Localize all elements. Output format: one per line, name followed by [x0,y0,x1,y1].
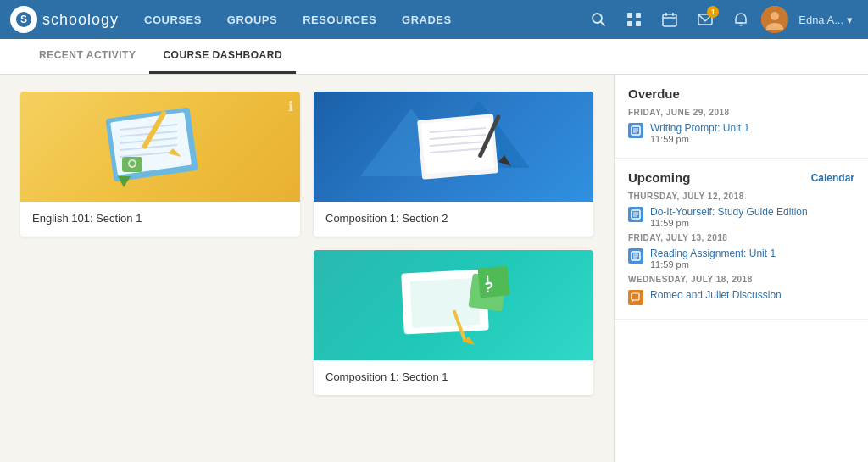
schoology-logo-icon: S [10,6,37,33]
tabs-bar: RECENT ACTIVITY COURSE DASHBOARD [0,39,868,75]
nav-bar: S schoology COURSES GROUPS RESOURCES GRA… [0,0,868,39]
upcoming-item-diy-content: Do-It-Yourself: Study Guide Edition 11:5… [650,206,808,228]
nav-link-resources[interactable]: RESOURCES [291,0,388,39]
overdue-item-title[interactable]: Writing Prompt: Unit 1 [650,122,749,134]
nav-icons: 1 Edna A... ▾ [583,4,858,35]
tab-recent-activity[interactable]: RECENT ACTIVITY [25,38,149,74]
info-icon[interactable]: ℹ [288,98,293,114]
course-title-comp2: Composition 1: Section 2 [314,202,593,237]
overdue-item-writing: Writing Prompt: Unit 1 11:59 pm [628,122,854,144]
main-content: ℹ English 101: Section 1 [0,75,868,462]
upcoming-item-reading: Reading Assignment: Unit 1 11:59 pm [628,248,854,270]
tab-course-dashboard[interactable]: COURSE DASHBOARD [149,38,296,74]
upcoming-item-reading-content: Reading Assignment: Unit 1 11:59 pm [650,248,776,270]
nav-link-courses[interactable]: COURSES [132,0,214,39]
overdue-item-time: 11:59 pm [650,134,749,144]
course-card-comp1[interactable]: ? ! Composition 1: Section 1 [314,250,593,395]
upcoming-item-reading-title[interactable]: Reading Assignment: Unit 1 [650,248,776,259]
svg-rect-4 [627,13,632,18]
upcoming-item-diy: Do-It-Yourself: Study Guide Edition 11:5… [628,206,854,228]
nav-logo[interactable]: S schoology [10,6,119,33]
svg-rect-6 [627,21,632,26]
svg-marker-28 [118,176,131,187]
sidebar-upcoming-section: Upcoming Calendar THURSDAY, JULY 12, 201… [615,159,868,320]
user-avatar[interactable] [761,6,788,33]
course-card-english[interactable]: ℹ English 101: Section 1 [20,92,300,237]
upcoming-item-romeo-content: Romeo and Juliet Discussion [650,289,782,301]
upcoming-item-diy-time: 11:59 pm [650,218,808,228]
course-card-comp2[interactable]: Composition 1: Section 2 [314,92,593,237]
course-grid: ℹ English 101: Section 1 [20,92,593,395]
svg-text:S: S [20,14,27,25]
upcoming-date-3: WEDNESDAY, JULY 18, 2018 [628,275,854,284]
message-badge: 1 [707,6,719,18]
nav-logo-text: schoology [42,11,119,29]
upcoming-item-diy-title[interactable]: Do-It-Yourself: Study Guide Edition [650,206,808,218]
upcoming-label: Upcoming [628,170,690,185]
search-button[interactable] [583,4,614,35]
upcoming-item-romeo-title[interactable]: Romeo and Juliet Discussion [650,289,782,301]
svg-line-3 [601,22,605,26]
messages-button[interactable]: 1 [690,4,721,35]
calendar-button[interactable] [654,4,685,35]
svg-point-15 [771,12,779,20]
svg-rect-8 [663,14,676,26]
sidebar-upcoming-header: Upcoming Calendar [628,170,854,185]
overdue-label: Overdue [628,86,680,101]
nav-link-groups[interactable]: GROUPS [215,0,289,39]
nav-links: COURSES GROUPS RESOURCES GRADES [132,0,583,39]
calendar-link[interactable]: Calendar [811,172,854,184]
assignment-icon [628,123,643,138]
nav-user-name[interactable]: Edna A... ▾ [793,14,858,26]
svg-point-27 [130,161,135,166]
course-thumb-english: ℹ [20,92,300,202]
overdue-date: FRIDAY, JUNE 29, 2018 [628,108,854,117]
svg-rect-7 [636,21,641,26]
assignment-icon-reading [628,248,643,264]
sidebar-overdue-header: Overdue [628,86,854,101]
sidebar: Overdue FRIDAY, JUNE 29, 2018 Writing Pr… [614,75,868,462]
course-thumb-comp2 [314,92,593,202]
discussion-icon [628,290,643,305]
overdue-item-content: Writing Prompt: Unit 1 11:59 pm [650,122,749,144]
svg-rect-59 [632,293,639,300]
svg-rect-5 [636,13,641,18]
course-thumb-comp1: ? ! [314,250,593,360]
course-title-comp1: Composition 1: Section 1 [314,360,593,395]
upcoming-date-1: THURSDAY, JULY 12, 2018 [628,192,854,201]
upcoming-date-2: FRIDAY, JULY 13, 2018 [628,233,854,242]
course-title-english: English 101: Section 1 [20,202,300,237]
upcoming-item-reading-time: 11:59 pm [650,259,776,270]
course-grid-area: ℹ English 101: Section 1 [0,75,614,462]
upcoming-item-romeo: Romeo and Juliet Discussion [628,289,854,305]
sidebar-overdue-section: Overdue FRIDAY, JUNE 29, 2018 Writing Pr… [615,75,868,159]
assignment-icon-diy [628,207,643,222]
apps-button[interactable] [619,4,649,35]
nav-link-grades[interactable]: GRADES [390,0,464,39]
notifications-button[interactable] [726,4,756,35]
svg-marker-60 [632,300,634,302]
